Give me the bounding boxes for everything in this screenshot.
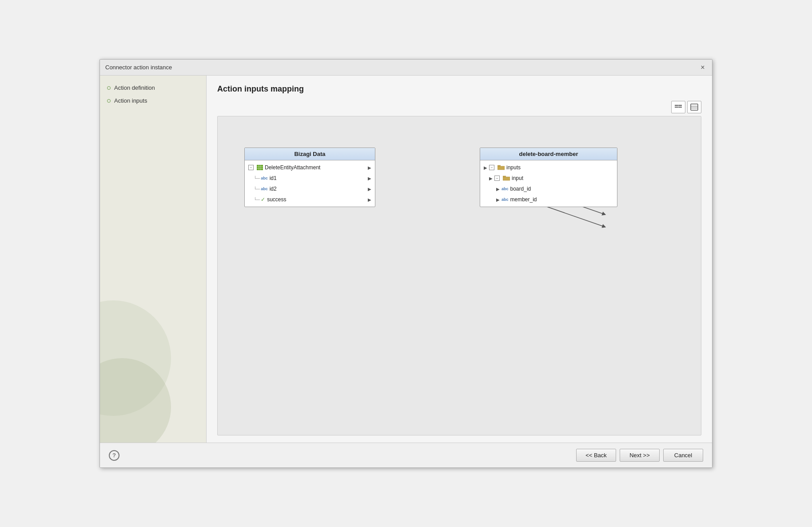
sidebar-item-label: Action inputs: [114, 97, 147, 104]
delete-board-member-header: delete-board-member: [480, 148, 617, 160]
svg-rect-0: [675, 105, 678, 106]
bizagi-data-table: Bizagi Data −: [244, 148, 375, 207]
row-id1[interactable]: └─ abc id1 ▶: [245, 173, 375, 184]
left-arrow: ▶: [484, 165, 487, 170]
input-label: input: [512, 175, 613, 181]
tree-line: └─: [254, 176, 260, 181]
row-member-id[interactable]: ▶ abc member_id: [480, 194, 617, 205]
main-content: Action inputs mapping: [207, 76, 712, 443]
expand-icon: −: [494, 176, 501, 181]
row-id2[interactable]: └─ abc id2 ▶: [245, 184, 375, 194]
bizagi-data-header: Bizagi Data: [245, 148, 375, 160]
id2-label: id2: [270, 186, 366, 192]
sidebar-item-action-inputs[interactable]: Action inputs: [107, 97, 199, 104]
dialog-title: Connector action instance: [105, 64, 172, 71]
row-arrow: ▶: [368, 165, 371, 170]
bottom-buttons: << Back Next >> Cancel: [576, 449, 703, 462]
row-arrow: ▶: [368, 187, 371, 192]
folder-svg-icon: [503, 176, 510, 181]
close-button[interactable]: ×: [699, 64, 707, 72]
row-arrow: ▶: [368, 176, 371, 181]
left-arrow: ▶: [496, 187, 500, 192]
svg-rect-6: [691, 104, 698, 110]
diagram-area: Bizagi Data −: [218, 116, 701, 435]
svg-rect-3: [679, 107, 682, 108]
bizagi-data-body: −: [245, 160, 375, 207]
success-label: success: [267, 196, 366, 203]
expand-icon: −: [489, 165, 496, 170]
cancel-button[interactable]: Cancel: [663, 449, 703, 462]
sidebar-dot: [107, 86, 111, 90]
dialog-window: Connector action instance × Action defin…: [100, 59, 712, 468]
folder-icon: [503, 176, 510, 181]
sidebar-item-action-definition[interactable]: Action definition: [107, 84, 199, 91]
title-bar: Connector action instance ×: [100, 60, 712, 76]
abc-icon: abc: [502, 197, 509, 202]
left-arrow: ▶: [489, 176, 493, 181]
delete-entity-attachment-label: DeleteEntityAttachment: [265, 164, 366, 171]
left-arrow: ▶: [496, 197, 500, 202]
toolbar-row: [217, 101, 701, 113]
next-button[interactable]: Next >>: [620, 449, 660, 462]
row-arrow: ▶: [368, 197, 371, 202]
page-title: Action inputs mapping: [217, 84, 701, 94]
layout-toggle-button[interactable]: [671, 101, 685, 113]
svg-rect-2: [679, 105, 682, 106]
abc-icon: abc: [261, 187, 268, 191]
bottom-bar: ? << Back Next >> Cancel: [100, 443, 712, 467]
row-input[interactable]: ▶ − input: [480, 173, 617, 184]
row-delete-entity-attachment[interactable]: −: [245, 162, 375, 173]
layout-icon: [674, 103, 682, 111]
help-button[interactable]: ?: [109, 450, 119, 461]
row-board-id[interactable]: ▶ abc board_id: [480, 184, 617, 194]
inputs-label: inputs: [506, 164, 613, 171]
delete-board-member-table: delete-board-member ▶ −: [480, 148, 617, 207]
folder-icon: [498, 165, 505, 170]
back-button[interactable]: << Back: [576, 449, 616, 462]
svg-rect-11: [257, 165, 263, 170]
delete-board-member-body: ▶ − inputs: [480, 160, 617, 207]
view-icon: [690, 103, 698, 111]
check-icon: ✓: [261, 196, 265, 203]
tree-line: └─: [254, 187, 260, 192]
sidebar-item-label: Action definition: [114, 84, 155, 91]
board-id-label: board_id: [510, 186, 613, 192]
view-toggle-button[interactable]: [687, 101, 701, 113]
sidebar: Action definition Action inputs: [100, 76, 207, 443]
dialog-body: Action definition Action inputs Action i…: [100, 76, 712, 443]
row-success[interactable]: └─ ✓ success ▶: [245, 194, 375, 205]
tree-line: └─: [254, 197, 260, 202]
member-id-label: member_id: [510, 196, 613, 203]
table-icon: [257, 165, 263, 170]
svg-rect-1: [675, 107, 678, 108]
abc-icon: abc: [502, 187, 509, 191]
row-inputs[interactable]: ▶ − inputs: [480, 162, 617, 173]
expand-icon: −: [248, 165, 255, 170]
table-svg-icon: [257, 165, 263, 170]
mapping-canvas: Bizagi Data −: [217, 116, 701, 435]
folder-svg-icon: [498, 165, 505, 170]
sidebar-dot: [107, 99, 111, 103]
id1-label: id1: [270, 175, 366, 181]
abc-icon: abc: [261, 176, 268, 180]
